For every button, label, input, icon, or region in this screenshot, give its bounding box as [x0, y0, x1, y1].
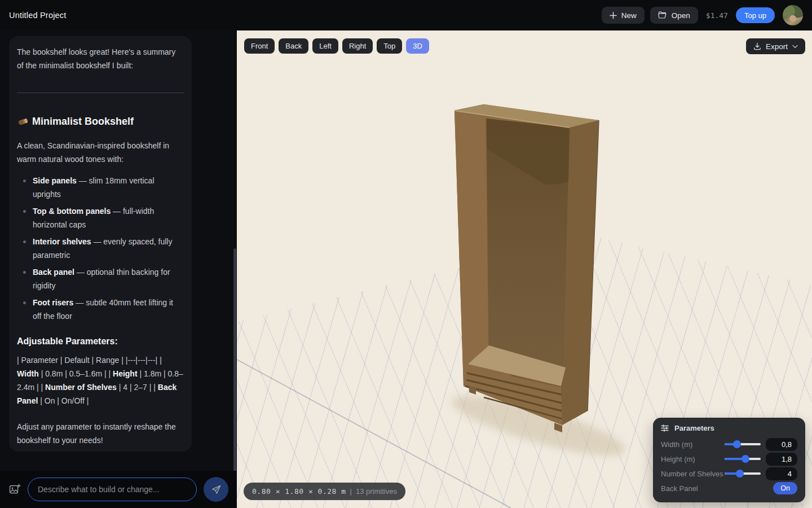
param-label: Number of Shelves [661, 470, 725, 478]
viewport-3d[interactable]: Front Back Left Right Top 3D Export 0.80… [237, 30, 812, 508]
plus-icon [610, 12, 617, 19]
param-label: Width (m) [661, 440, 725, 449]
parameters-panel: Parameters Width (m) 0,8 Height (m) 1,8 … [653, 418, 805, 502]
list-item: Interior shelves — evenly spaced, fully … [17, 235, 184, 262]
params-table-text: | Parameter | Default | Range | |---|---… [17, 353, 184, 408]
new-button-label: New [621, 11, 637, 20]
message-divider [17, 93, 184, 93]
view-button-top[interactable]: Top [377, 38, 402, 54]
height-value[interactable]: 1,8 [766, 453, 797, 466]
param-label: Back Panel [661, 484, 773, 493]
shelves-value[interactable]: 4 [766, 467, 797, 480]
list-item: Side panels — slim 18mm vertical upright… [17, 174, 184, 201]
list-item: Top & bottom panels — full-width horizon… [17, 204, 184, 231]
param-row-backpanel: Back Panel On [661, 481, 797, 496]
export-button-label: Export [766, 42, 788, 51]
top-bar: Untitled Project New Open $1.47 Top up [0, 0, 812, 30]
chat-input-row [0, 471, 237, 508]
shelves-slider[interactable] [725, 472, 761, 475]
slider-thumb[interactable] [736, 470, 744, 478]
param-row-width: Width (m) 0,8 [661, 437, 797, 452]
chevron-down-icon [792, 45, 798, 49]
width-value[interactable]: 0,8 [766, 438, 797, 451]
assistant-message: The bookshelf looks great! Here's a summ… [9, 36, 192, 452]
wood-log-emoji [17, 117, 29, 127]
primitives-count: 13 primitives [356, 487, 397, 496]
send-button[interactable] [204, 477, 228, 502]
model-dimensions: 0.80 × 1.80 × 0.28 m [252, 487, 346, 496]
balance: $1.47 [706, 11, 728, 20]
new-button[interactable]: New [602, 7, 645, 24]
tune-icon [661, 424, 669, 432]
folder-open-icon [658, 11, 667, 19]
list-item: Back panel — optional thin backing for r… [17, 265, 184, 292]
paper-plane-icon [211, 484, 222, 495]
view-buttons: Front Back Left Right Top 3D [244, 38, 429, 54]
parameters-title: Parameters [674, 424, 714, 432]
view-button-left[interactable]: Left [312, 38, 338, 54]
top-up-button[interactable]: Top up [736, 7, 775, 23]
add-image-icon[interactable] [8, 483, 21, 496]
back-panel-toggle[interactable]: On [773, 482, 797, 494]
avatar[interactable] [783, 5, 803, 25]
param-row-shelves: Number of Shelves 4 [661, 466, 797, 481]
list-item: Foot risers — subtle 40mm feet lifting i… [17, 296, 184, 323]
width-slider[interactable] [725, 443, 761, 445]
message-intro: The bookshelf looks great! Here's a summ… [17, 45, 184, 72]
param-row-height: Height (m) 1,8 [661, 452, 797, 466]
view-button-right[interactable]: Right [342, 38, 373, 54]
chat-input[interactable] [28, 478, 197, 501]
open-button[interactable]: Open [650, 7, 698, 24]
project-title: Untitled Project [9, 11, 67, 20]
view-button-3d[interactable]: 3D [406, 38, 429, 54]
message-outro: Adjust any parameter to instantly reshap… [17, 420, 184, 447]
feature-list: Side panels — slim 18mm vertical upright… [17, 174, 184, 323]
chat-scrollbar[interactable] [233, 248, 236, 497]
slider-thumb[interactable] [742, 455, 749, 463]
message-heading: Minimalist Bookshelf [17, 116, 184, 128]
message-subheading: A clean, Scandinavian-inspired bookshelf… [17, 139, 184, 166]
slider-thumb[interactable] [733, 440, 741, 448]
height-slider[interactable] [725, 458, 761, 460]
params-heading: Adjustable Parameters: [17, 336, 184, 347]
badge-separator: | [350, 487, 352, 496]
download-icon [753, 42, 761, 50]
message-heading-text: Minimalist Bookshelf [32, 116, 134, 128]
dimensions-badge: 0.80 × 1.80 × 0.28 m | 13 primitives [244, 483, 405, 500]
chat-panel: The bookshelf looks great! Here's a summ… [0, 30, 237, 508]
view-button-back[interactable]: Back [279, 38, 308, 54]
param-label: Height (m) [661, 455, 725, 463]
view-button-front[interactable]: Front [244, 38, 275, 54]
export-button[interactable]: Export [746, 38, 805, 54]
open-button-label: Open [672, 11, 690, 20]
